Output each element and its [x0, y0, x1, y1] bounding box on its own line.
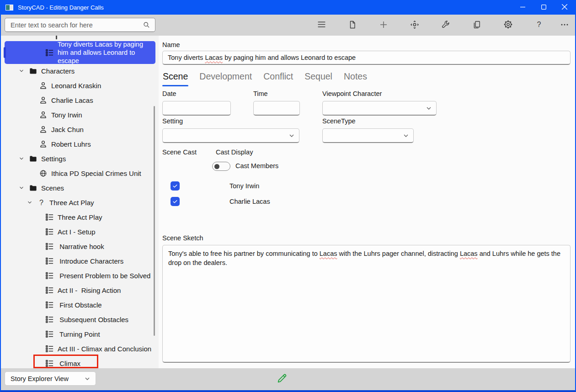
person-icon	[38, 139, 48, 148]
search-input[interactable]	[5, 21, 143, 29]
chevron-down-icon[interactable]	[17, 156, 26, 161]
tree-item-label: Scenes	[41, 184, 64, 192]
settings-button[interactable]	[492, 16, 523, 34]
tree-item[interactable]: Narrative hook	[5, 239, 155, 254]
tree-item-label: Ithica PD Special Crimes Unit	[51, 170, 141, 177]
chevron-down-icon[interactable]	[17, 185, 26, 191]
scenetype-select[interactable]	[322, 128, 414, 143]
tree-item[interactable]: Turning Point	[5, 327, 155, 341]
content-area: Tony diverts Lacas by paging him and all…	[1, 36, 575, 368]
globe-icon	[38, 169, 48, 178]
tree-item[interactable]: Tony diverts Lacas by paging him and all…	[5, 41, 155, 64]
tab-notes[interactable]: Notes	[343, 69, 368, 86]
tree-item[interactable]: Introduce Characters	[5, 254, 155, 268]
app-logo-icon	[5, 5, 13, 11]
scene-icon	[45, 300, 54, 309]
more-icon	[560, 20, 569, 31]
tree-item[interactable]: Act II - Rising Action	[5, 283, 155, 297]
tree-item[interactable]: Present Problem to be Solved	[5, 268, 155, 283]
cast-member-list: Tony IrwinCharlie Lacas	[162, 178, 270, 209]
chevron-down-icon[interactable]	[26, 200, 34, 205]
name-input[interactable]: Tony diverts Lacas by paging him and all…	[162, 51, 571, 65]
chevron-down-icon	[85, 376, 90, 381]
copy-button[interactable]	[461, 16, 492, 34]
tree-item[interactable]: Tony Irwin	[5, 107, 155, 122]
person-icon	[38, 125, 48, 134]
tree-item[interactable]: Scenes	[5, 180, 155, 195]
scene-icon	[45, 286, 54, 295]
view-selector[interactable]: Story Explorer View	[5, 371, 96, 386]
cast-member-checkbox[interactable]	[171, 181, 180, 191]
search-icon[interactable]	[143, 21, 150, 29]
maximize-button[interactable]	[533, 0, 554, 15]
tree-item-label: Turning Point	[58, 330, 100, 338]
tab-development[interactable]: Development	[199, 69, 252, 86]
scene-sketch-label: Scene Sketch	[162, 234, 203, 242]
chevron-down-icon	[426, 106, 432, 111]
tree-item-label: Narrative hook	[58, 243, 104, 250]
editor-tabs: SceneDevelopmentConflictSequelNotes	[162, 69, 368, 86]
add-icon	[379, 20, 388, 31]
menu-button[interactable]	[306, 16, 337, 34]
date-label: Date	[162, 90, 176, 97]
help-button[interactable]: ?	[523, 16, 555, 34]
search-box[interactable]	[5, 18, 155, 32]
clipped-tree-item-fragment	[56, 36, 57, 39]
tree-item[interactable]: Act III - Climax and Conclusion	[5, 341, 155, 356]
toggle-knob	[214, 164, 219, 169]
tree-item[interactable]: Three Act Play	[5, 210, 155, 224]
tree-item[interactable]: Characters	[5, 64, 155, 78]
tree-item-label: Act I - Setup	[58, 228, 96, 236]
scene-sketch-input[interactable]: Tony's able to free his partner by commu…	[162, 245, 571, 363]
tab-conflict[interactable]: Conflict	[263, 69, 293, 86]
status-bar: Story Explorer View	[1, 368, 575, 390]
misspelled-word: Lacas	[205, 54, 223, 61]
setting-select[interactable]	[162, 128, 299, 143]
tab-sequel[interactable]: Sequel	[304, 69, 333, 86]
scene-icon	[45, 315, 54, 324]
scene-icon	[45, 48, 54, 57]
tools-button[interactable]	[430, 16, 461, 34]
person-icon	[38, 81, 48, 90]
date-input[interactable]	[162, 101, 231, 116]
misspelled-word: Lacas	[460, 250, 478, 257]
text-segment: Tony's able to free his partner by commu…	[168, 250, 320, 257]
minimize-icon	[520, 4, 525, 11]
tree-item-label: Subsequent Obstacles	[58, 316, 128, 323]
tab-scene[interactable]: Scene	[162, 69, 188, 86]
add-button[interactable]	[368, 16, 399, 34]
tree-item-label: Act III - Climax and Conclusion	[58, 345, 151, 353]
cast-member-checkbox[interactable]	[171, 197, 180, 206]
viewpoint-character-select[interactable]	[322, 101, 437, 116]
tree-item[interactable]: Jack Chun	[5, 122, 155, 137]
new-file-button[interactable]	[337, 16, 368, 34]
scene-icon	[45, 212, 54, 222]
time-input[interactable]	[253, 101, 300, 116]
tree-item[interactable]: ?Three Act Play	[5, 195, 155, 210]
tree-item[interactable]: Act I - Setup	[5, 224, 155, 239]
minimize-button[interactable]	[512, 0, 533, 15]
tree-item[interactable]: Settings	[5, 151, 155, 166]
tree-item[interactable]: Ithica PD Special Crimes Unit	[5, 166, 155, 180]
folder-icon	[28, 66, 37, 75]
tree-item-label: Act II - Rising Action	[58, 286, 121, 294]
tree-item[interactable]: Subsequent Obstacles	[5, 312, 155, 327]
setting-label: Setting	[162, 117, 183, 125]
tree-item-label: Charlie Lacas	[51, 96, 93, 104]
tree-item[interactable]: Leonard Kraskin	[5, 78, 155, 93]
move-button[interactable]	[399, 16, 430, 34]
tree-item[interactable]: Charlie Lacas	[5, 93, 155, 107]
maximize-icon	[541, 4, 546, 11]
tree-item-label: Introduce Characters	[58, 257, 123, 265]
command-bar: ?	[1, 15, 575, 36]
folder-icon	[28, 183, 37, 192]
time-label: Time	[253, 90, 268, 97]
chevron-down-icon[interactable]	[17, 68, 26, 74]
more-button[interactable]	[555, 16, 575, 34]
text-segment: with the Luhrs pager channel, distractin…	[337, 250, 460, 257]
tree-item[interactable]: First Obstacle	[5, 297, 155, 312]
cast-members-toggle[interactable]	[212, 162, 230, 171]
tree-item[interactable]: Robert Luhrs	[5, 137, 155, 151]
svg-text:?: ?	[537, 21, 541, 28]
close-button[interactable]	[554, 0, 575, 15]
